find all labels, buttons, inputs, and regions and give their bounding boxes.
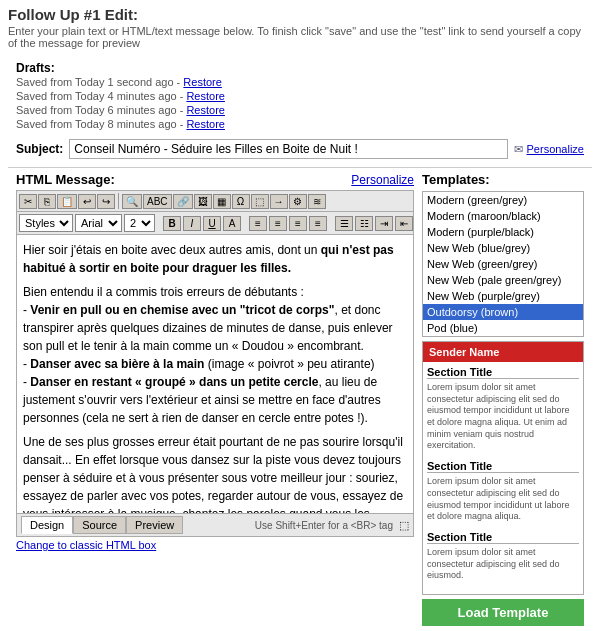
drafts-title: Drafts: [16, 61, 55, 75]
preview-section-title-2: Section Title [427, 460, 579, 473]
page-subtitle: Enter your plain text or HTML/text messa… [8, 25, 592, 49]
change-classic-link[interactable]: Change to classic HTML box [16, 539, 156, 551]
toolbar-extra2[interactable]: ≋ [308, 194, 326, 209]
tab-design[interactable]: Design [21, 516, 73, 534]
toolbar-cut[interactable]: ✂ [19, 194, 37, 209]
template-item-6[interactable]: New Web (purple/grey) [423, 288, 583, 304]
toolbar-row1: ✂ ⎘ 📋 ↩ ↪ 🔍 ABC 🔗 🖼 ▦ Ω ⬚ → ⚙ ≋ [16, 190, 414, 211]
drafts-section: Drafts: Saved from Today 1 second ago - … [8, 57, 592, 135]
preview-sender-name: Sender Name [423, 342, 583, 362]
align-justify[interactable]: ≡ [309, 216, 327, 231]
bold-button[interactable]: B [163, 216, 181, 231]
restore-link-4[interactable]: Restore [186, 118, 225, 130]
subject-row: Subject: ✉ Personalize [8, 135, 592, 163]
templates-panel: Templates: Modern (green/grey) Modern (m… [414, 172, 584, 631]
toolbar-image[interactable]: 🖼 [194, 194, 212, 209]
editor-footer: Design Source Preview Use Shift+Enter fo… [16, 514, 414, 537]
align-left[interactable]: ≡ [249, 216, 267, 231]
toolbar-sep1 [118, 193, 119, 209]
editor-hint: Use Shift+Enter for a <BR> tag [255, 520, 393, 531]
toolbar-table[interactable]: ▦ [213, 194, 231, 209]
preview-section-1: Section Title Lorem ipsum dolor sit amet… [427, 366, 579, 452]
toolbar-link[interactable]: 🔗 [173, 194, 193, 209]
template-item-0[interactable]: Modern (green/grey) [423, 192, 583, 208]
font-color-button[interactable]: A [223, 216, 241, 231]
subject-label: Subject: [16, 142, 63, 156]
toolbar-spellcheck[interactable]: ABC [143, 194, 172, 209]
align-center[interactable]: ≡ [269, 216, 287, 231]
draft-row-1: Saved from Today 1 second ago - Restore [16, 76, 222, 88]
toolbar-paste[interactable]: 📋 [57, 194, 77, 209]
preview-section-title-3: Section Title [427, 531, 579, 544]
subject-input[interactable] [69, 139, 508, 159]
html-editor-panel: HTML Message: Personalize ✂ ⎘ 📋 ↩ ↪ 🔍 AB… [16, 172, 414, 631]
toolbar-arrow[interactable]: → [270, 194, 288, 209]
page-title: Follow Up #1 Edit: [8, 6, 592, 23]
mail-icon: ✉ [514, 143, 523, 155]
italic-button[interactable]: I [183, 216, 201, 231]
underline-button[interactable]: U [203, 216, 221, 231]
draft-row-2: Saved from Today 4 minutes ago - Restore [16, 90, 225, 102]
preview-section-text-1: Lorem ipsum dolor sit amet consectetur a… [427, 382, 579, 452]
list-ul[interactable]: ☰ [335, 216, 353, 231]
preview-section-text-2: Lorem ipsum dolor sit amet consectetur a… [427, 476, 579, 523]
html-editor-content[interactable]: Hier soir j'étais en boite avec deux aut… [16, 234, 414, 514]
toolbar-copy[interactable]: ⎘ [38, 194, 56, 209]
template-item-5[interactable]: New Web (pale green/grey) [423, 272, 583, 288]
toolbar-row2: Styles Arial 2 B I U A ≡ ≡ ≡ ≡ ☰ [16, 211, 414, 234]
styles-select[interactable]: Styles [19, 214, 73, 232]
template-item-4[interactable]: New Web (green/grey) [423, 256, 583, 272]
list-ol[interactable]: ☷ [355, 216, 373, 231]
spacer: ⬚ [399, 519, 409, 532]
template-list: Modern (green/grey) Modern (maroon/black… [422, 191, 584, 337]
restore-link-1[interactable]: Restore [183, 76, 222, 88]
preview-section-3: Section Title Lorem ipsum dolor sit amet… [427, 531, 579, 582]
preview-section-text-3: Lorem ipsum dolor sit amet consectetur a… [427, 547, 579, 582]
html-message-title: HTML Message: [16, 172, 115, 187]
toolbar-redo[interactable]: ↪ [97, 194, 115, 209]
template-item-2[interactable]: Modern (purple/black) [423, 224, 583, 240]
preview-section-title-1: Section Title [427, 366, 579, 379]
editor-tabs: Design Source Preview [21, 516, 183, 534]
tab-source[interactable]: Source [73, 516, 126, 534]
template-item-3[interactable]: New Web (blue/grey) [423, 240, 583, 256]
indent[interactable]: ⇥ [375, 216, 393, 231]
toolbar-undo[interactable]: ↩ [78, 194, 96, 209]
load-template-button[interactable]: Load Template [422, 599, 584, 626]
divider-1 [8, 167, 592, 168]
template-item-1[interactable]: Modern (maroon/black) [423, 208, 583, 224]
draft-row-4: Saved from Today 8 minutes ago - Restore [16, 118, 225, 130]
page-header: Follow Up #1 Edit: Enter your plain text… [0, 0, 600, 51]
font-select[interactable]: Arial [75, 214, 122, 232]
tab-preview[interactable]: Preview [126, 516, 183, 534]
preview-section-2: Section Title Lorem ipsum dolor sit amet… [427, 460, 579, 523]
html-header: HTML Message: Personalize [16, 172, 414, 187]
size-select[interactable]: 2 [124, 214, 155, 232]
html-section: HTML Message: Personalize ✂ ⎘ 📋 ↩ ↪ 🔍 AB… [8, 172, 592, 631]
outdent[interactable]: ⇤ [395, 216, 413, 231]
restore-link-3[interactable]: Restore [186, 104, 225, 116]
toolbar-source[interactable]: ⬚ [251, 194, 269, 209]
template-item-8[interactable]: Pod (blue) [423, 320, 583, 336]
restore-link-2[interactable]: Restore [186, 90, 225, 102]
html-personalize-link[interactable]: Personalize [351, 173, 414, 187]
toolbar-extra1[interactable]: ⚙ [289, 194, 307, 209]
toolbar-find[interactable]: 🔍 [122, 194, 142, 209]
templates-title: Templates: [422, 172, 584, 187]
align-right[interactable]: ≡ [289, 216, 307, 231]
toolbar-symbol[interactable]: Ω [232, 194, 250, 209]
template-item-7[interactable]: Outdoorsy (brown) [423, 304, 583, 320]
template-preview: Sender Name Section Title Lorem ipsum do… [422, 341, 584, 595]
personalize-subject-link[interactable]: ✉ Personalize [514, 143, 584, 156]
draft-row-3: Saved from Today 6 minutes ago - Restore [16, 104, 225, 116]
